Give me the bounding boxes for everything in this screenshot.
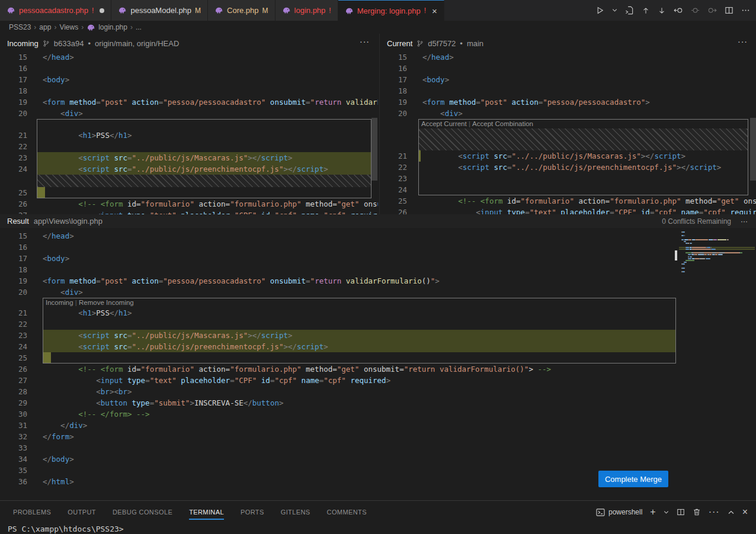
minimap[interactable]	[679, 229, 756, 288]
code-line[interactable]: </form>	[43, 431, 74, 442]
breadcrumb-item[interactable]: PSS23	[9, 23, 31, 31]
more-actions-icon[interactable]: ···	[738, 37, 748, 46]
line-number: 20	[0, 108, 27, 119]
code-line[interactable]: <input type="text" placeholder="CPF" id=…	[422, 207, 756, 214]
editor-tab[interactable]: login.php!	[276, 0, 338, 21]
editor-actions-toolbar	[595, 0, 750, 21]
code-line[interactable]: <form method="post" action="pessoa/pesso…	[43, 275, 440, 287]
close-panel-icon[interactable]: ×	[742, 507, 748, 517]
editor-tab[interactable]: Merging: login.php!×	[338, 0, 444, 21]
codelens-action[interactable]: Remove Incoming	[79, 299, 134, 306]
line-number: 27	[0, 375, 27, 386]
code-line[interactable]: </head>	[43, 52, 74, 63]
scrollbar[interactable]	[371, 118, 377, 181]
code-line[interactable]: <br><br>	[43, 386, 132, 397]
result-code-editor[interactable]: 15</head>1617<body>1819<form method="pos…	[0, 228, 756, 500]
code-line[interactable]: <script src="../../public/js/Mascaras.js…	[422, 150, 685, 162]
code-line[interactable]: <form method="post" action="pessoa/pesso…	[43, 96, 378, 108]
code-line[interactable]: <!-- <form id="formulario" action="formu…	[43, 198, 378, 210]
close-tab-icon[interactable]: ×	[432, 7, 437, 15]
codelens-action[interactable]: Incoming	[46, 299, 73, 306]
tab-label: Merging: login.php	[357, 7, 421, 15]
split-terminal-icon[interactable]	[677, 508, 685, 516]
code-line[interactable]: <body>	[43, 253, 69, 264]
code-line[interactable]: <body>	[422, 74, 449, 85]
breadcrumb-item[interactable]: ...	[136, 23, 142, 31]
code-line[interactable]: </head>	[43, 230, 74, 242]
more-actions-icon[interactable]	[741, 6, 750, 15]
terminal-shell-item[interactable]: powershell	[596, 508, 642, 516]
codelens-action[interactable]: Accept Current	[421, 120, 467, 127]
arrow-down-icon[interactable]	[658, 7, 666, 15]
tab-label: pessoaModel.php	[130, 6, 191, 15]
code-line[interactable]: <input type="text" placeholder="CPF" id=…	[43, 375, 390, 386]
code-line[interactable]: <input type="text" placeholder="CPF" id=…	[43, 210, 378, 214]
code-line[interactable]: <!-- <form id="formulario" action="formu…	[43, 363, 551, 375]
breadcrumb-item[interactable]: Views	[59, 23, 78, 31]
more-actions-icon[interactable]: ···	[741, 217, 748, 226]
new-terminal-icon[interactable]: +	[650, 507, 655, 517]
code-line[interactable]: <body>	[43, 74, 69, 85]
code-line[interactable]: <h1>PSS</h1>	[43, 130, 132, 141]
panel-tab-debug-console[interactable]: DEBUG CONSOLE	[113, 509, 172, 520]
code-line[interactable]: <form method="post" action="pessoa/pesso…	[422, 96, 650, 108]
line-number: 17	[380, 74, 407, 85]
code-line[interactable]: <div>	[422, 108, 463, 119]
code-line[interactable]: <script src="../public/js/preenchimentoc…	[43, 163, 328, 175]
code-line[interactable]: <script src="../../public/js/preenchimen…	[422, 162, 721, 173]
scrollbar[interactable]	[750, 118, 756, 181]
code-line[interactable]: </head>	[422, 52, 454, 63]
panel-tab-problems[interactable]: PROBLEMS	[13, 509, 51, 520]
tab-status-badge: !	[424, 7, 426, 15]
line-number: 24	[0, 163, 27, 175]
panel-tab-terminal[interactable]: TERMINAL	[189, 509, 224, 520]
more-actions-icon[interactable]: ···	[360, 37, 370, 46]
code-line[interactable]: <!-- </form> -->	[43, 408, 150, 420]
maximize-panel-icon[interactable]	[728, 509, 735, 515]
previous-conflict-icon[interactable]	[674, 6, 683, 15]
split-editor-icon[interactable]	[725, 6, 733, 15]
complete-merge-button[interactable]: Complete Merge	[598, 471, 668, 487]
code-line[interactable]: <!-- <form id="formulario" action="formu…	[422, 195, 756, 207]
line-number: 16	[0, 63, 27, 74]
code-line[interactable]: <div>	[43, 108, 83, 119]
code-line[interactable]: <h1>PSS</h1>	[43, 307, 132, 319]
breadcrumb-item[interactable]: login.php	[98, 23, 127, 31]
arrow-up-icon[interactable]	[642, 7, 650, 15]
panel-controls: powershell + ··· ×	[596, 507, 748, 517]
incoming-code-editor[interactable]: 15</head>1617<body>1819<form method="pos…	[0, 50, 378, 214]
terminal-prompt[interactable]: PS C:\xampp\htdocs\PSS23>	[8, 524, 124, 534]
breadcrumb-item[interactable]: app	[39, 23, 51, 31]
code-line[interactable]: </html>	[43, 476, 74, 487]
tab-strip: pessoacadastro.php!pessoaModel.phpMCore.…	[0, 0, 444, 21]
kill-terminal-icon[interactable]	[693, 508, 701, 516]
run-icon[interactable]	[595, 6, 604, 15]
more-actions-icon[interactable]: ···	[709, 507, 720, 517]
vscode-window: pessoacadastro.php!pessoaModel.phpMCore.…	[0, 0, 756, 534]
code-line[interactable]: <button type="submit">INSCREVA-SE</butto…	[43, 397, 283, 408]
code-line[interactable]: <script src="../public/js/preenchimentoc…	[43, 341, 328, 352]
panel-tab-strip: PROBLEMSOUTPUTDEBUG CONSOLETERMINALPORTS…	[13, 509, 367, 520]
panel-tab-comments[interactable]: COMMENTS	[327, 509, 367, 520]
go-to-file-icon[interactable]	[625, 6, 634, 15]
editor-tab[interactable]: pessoacadastro.php!	[0, 0, 111, 21]
unsaved-dot-icon[interactable]	[100, 8, 104, 13]
code-line[interactable]: <div>	[43, 287, 83, 298]
terminal-dropdown-chevron-icon[interactable]	[664, 510, 669, 515]
panel-tab-gitlens[interactable]: GITLENS	[281, 509, 310, 520]
current-code-editor[interactable]: 15</head>1617<body>1819<form method="pos…	[380, 50, 756, 214]
breadcrumb[interactable]: PSS23›app›Views›login.php›...	[0, 21, 756, 34]
codelens-action[interactable]: Accept Combination	[472, 120, 533, 127]
panel-tab-output[interactable]: OUTPUT	[68, 509, 96, 520]
code-line[interactable]: </body>	[43, 453, 74, 465]
editor-tab[interactable]: Core.phpM	[208, 0, 275, 21]
code-line[interactable]: <script src="../public/js/Mascaras.js"><…	[43, 152, 292, 163]
line-number: 18	[0, 264, 27, 275]
chevron-down-icon[interactable]	[612, 8, 617, 13]
panel-tab-ports[interactable]: PORTS	[241, 509, 264, 520]
next-conflict-icon	[707, 6, 717, 15]
line-number: 20	[380, 108, 407, 119]
editor-tab[interactable]: pessoaModel.phpM	[111, 0, 208, 21]
code-line[interactable]: </div>	[43, 420, 87, 431]
code-line[interactable]: <script src="../public/js/Mascaras.js"><…	[43, 330, 292, 341]
